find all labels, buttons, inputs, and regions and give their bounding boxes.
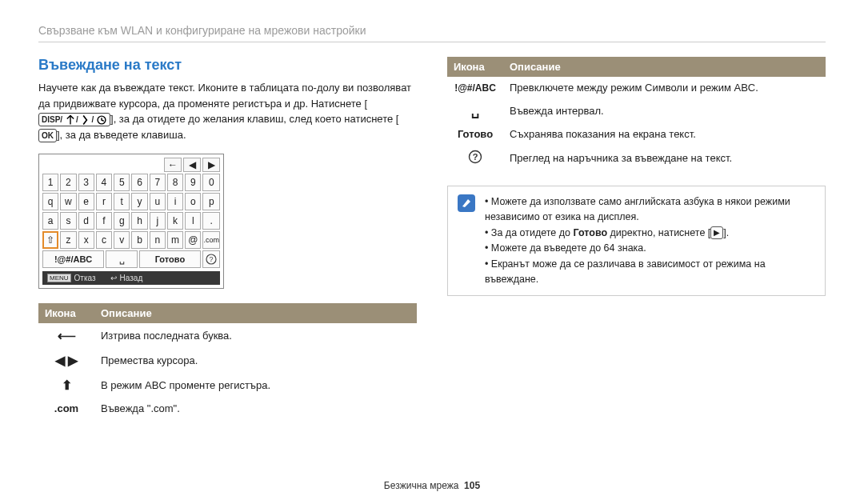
key-8[interactable]: 8 <box>167 174 183 191</box>
help-key[interactable]: ? <box>202 250 220 268</box>
key-n[interactable]: n <box>150 231 166 249</box>
key-g[interactable]: g <box>114 212 130 230</box>
key-⇧[interactable]: ⇧ <box>42 231 58 249</box>
space-key[interactable]: ␣ <box>106 250 138 268</box>
key-h[interactable]: h <box>131 212 147 230</box>
table-row: ⟵ Изтрива последната буква. <box>38 323 417 348</box>
table-row: Готово Съхранява показания на екрана тек… <box>447 123 826 145</box>
section-title: Въвеждане на текст <box>38 57 417 74</box>
backspace-icon: ⟵ <box>58 329 76 342</box>
back-icon: ↩ <box>110 274 117 282</box>
key-p[interactable]: p <box>202 193 220 210</box>
breadcrumb: Свързване към WLAN и конфигуриране на мр… <box>38 24 826 37</box>
key-w[interactable]: w <box>60 193 76 210</box>
ok-icon: OK <box>38 129 57 142</box>
key-e[interactable]: e <box>78 193 94 210</box>
th-icon: Икона <box>447 57 503 77</box>
menu-icon: MENU <box>47 274 71 282</box>
th-desc: Описание <box>94 303 417 323</box>
table-row: ⬆ В режим ABC променте регистъра. <box>38 373 417 398</box>
key-f[interactable]: f <box>96 212 112 230</box>
page-footer: Безжична мрежа 105 <box>0 480 864 491</box>
key-4[interactable]: 4 <box>96 174 112 191</box>
key-s[interactable]: s <box>60 212 76 230</box>
key-l[interactable]: l <box>185 212 201 230</box>
dotcom-icon: .com <box>38 398 94 419</box>
note-item: За да отидете до Готово директно, натисн… <box>485 226 815 241</box>
space-icon: ␣ <box>471 104 479 118</box>
key-k[interactable]: k <box>167 212 183 230</box>
move-cursor-icon: ◀ ▶ <box>55 354 78 367</box>
key-t[interactable]: t <box>114 193 130 210</box>
key-0[interactable]: 0 <box>202 174 220 191</box>
svg-text:?: ? <box>209 255 213 263</box>
backspace-key[interactable]: ← <box>164 158 182 172</box>
key-v[interactable]: v <box>114 231 130 249</box>
onscreen-keyboard: ← ◀ ▶ 1234567890qwertyuiopasdfghjkl.⇧zxc… <box>38 154 224 289</box>
note-box: Можете да използвате само английската аз… <box>447 186 826 296</box>
table-row: ◀ ▶ Премества курсора. <box>38 348 417 373</box>
th-desc: Описание <box>503 57 826 77</box>
done-label-icon: Готово <box>447 123 503 145</box>
key-.com[interactable]: .com <box>202 231 220 249</box>
done-key[interactable]: Готово <box>139 250 201 268</box>
note-icon <box>458 194 475 212</box>
key-3[interactable]: 3 <box>78 174 94 191</box>
key-b[interactable]: b <box>131 231 147 249</box>
table-row: !@#/ABC Превключете между режим Символи … <box>447 77 826 98</box>
key-i[interactable]: i <box>167 193 183 210</box>
right-icon-table: Икона Описание !@#/ABC Превключете между… <box>447 57 826 171</box>
keyboard-top-row: ← ◀ ▶ <box>42 158 220 172</box>
key-@[interactable]: @ <box>185 231 201 249</box>
key-2[interactable]: 2 <box>60 174 76 191</box>
key-j[interactable]: j <box>150 212 166 230</box>
note-item: Можете да използвате само английската аз… <box>485 194 815 226</box>
th-icon: Икона <box>38 303 94 323</box>
play-icon: ▶ <box>710 226 723 239</box>
key-m[interactable]: m <box>167 231 183 249</box>
table-row: .com Въвежда ".com". <box>38 398 417 419</box>
key-7[interactable]: 7 <box>150 174 166 191</box>
cursor-right-key[interactable]: ▶ <box>202 158 220 172</box>
note-item: Можете да въведете до 64 знака. <box>485 241 815 256</box>
key-1[interactable]: 1 <box>42 174 58 191</box>
key-a[interactable]: a <box>42 212 58 230</box>
key-c[interactable]: c <box>96 231 112 249</box>
key-.[interactable]: . <box>202 212 220 230</box>
cursor-left-key[interactable]: ◀ <box>183 158 201 172</box>
svg-text:?: ? <box>473 152 478 162</box>
table-row: ? Преглед на наръчника за въвеждане на т… <box>447 145 826 171</box>
disp-icon: DISP/ / / <box>38 113 110 126</box>
key-y[interactable]: y <box>131 193 147 210</box>
key-9[interactable]: 9 <box>185 174 201 191</box>
left-icon-table: Икона Описание ⟵ Изтрива последната букв… <box>38 303 417 419</box>
note-item: Екранът може да се различава в зависимос… <box>485 257 815 288</box>
key-q[interactable]: q <box>42 193 58 210</box>
key-z[interactable]: z <box>60 231 76 249</box>
keyboard-footer: MENU Отказ ↩ Назад <box>42 271 220 285</box>
key-r[interactable]: r <box>96 193 112 210</box>
mode-icon: !@#/ABC <box>447 77 503 98</box>
mode-toggle-key[interactable]: !@#/ABC <box>42 250 104 268</box>
key-u[interactable]: u <box>150 193 166 210</box>
key-6[interactable]: 6 <box>131 174 147 191</box>
shift-icon: ⬆ <box>62 378 72 392</box>
help-circle-icon: ? <box>468 150 482 164</box>
divider <box>38 42 826 42</box>
key-d[interactable]: d <box>78 212 94 230</box>
key-5[interactable]: 5 <box>114 174 130 191</box>
key-o[interactable]: o <box>185 193 201 210</box>
table-row: ␣ Въвежда интервал. <box>447 98 826 123</box>
intro-text: Научете как да въвеждате текст. Иконите … <box>38 80 417 142</box>
key-x[interactable]: x <box>78 231 94 249</box>
